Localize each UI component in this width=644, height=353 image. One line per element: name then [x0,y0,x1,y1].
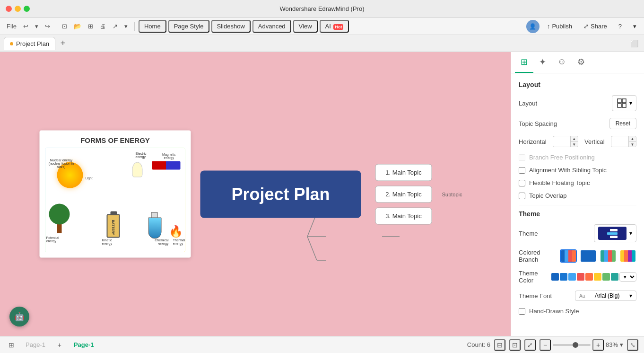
add-tab-button[interactable]: + [56,37,70,50]
redo-button[interactable]: ↪ [42,21,53,32]
window-controls[interactable] [6,6,30,12]
alignment-row: Alignment With Sibling Topic [519,167,636,174]
view-menu[interactable]: View [293,20,318,33]
tab-project-plan[interactable]: Project Plan [4,37,55,50]
flexible-checkbox[interactable] [519,180,525,186]
color-chip-0[interactable] [551,273,559,281]
page-style-menu[interactable]: Page Style [168,20,209,33]
thermal-label: Thermalenergy [173,238,185,245]
branch-option-3[interactable] [600,249,617,263]
vertical-input[interactable]: 25 ▲ ▼ [611,136,636,147]
more-action[interactable]: ▾ [629,21,640,32]
app-title: Wondershare EdrawMind (Pro) [280,5,365,12]
publish-action[interactable]: ↑ Publish [543,21,576,32]
undo-button[interactable]: ↩ [20,21,31,32]
color-chip-1[interactable] [560,273,567,281]
color-chip-3[interactable] [577,273,584,281]
active-page-tab[interactable]: Page-1 [69,339,99,350]
share-action[interactable]: ⤢ Share [580,21,611,32]
ai-menu[interactable]: AI Hot [320,20,349,33]
tab-style[interactable]: ✦ [533,52,552,73]
overlap-checkbox[interactable] [519,193,525,199]
home-menu[interactable]: Home [139,20,166,33]
topic-2[interactable]: 2. Main Topic Subtopic [375,185,432,203]
advanced-menu[interactable]: Advanced [252,20,291,33]
theme-colors [551,273,618,281]
save-button[interactable]: ⊞ [85,21,96,32]
project-plan-node[interactable]: Project Plan [200,170,361,218]
print-button[interactable]: 🖨 [97,21,109,32]
color-chip-7[interactable] [611,273,618,281]
separator-1 [56,22,56,31]
slideshow-menu[interactable]: Slideshow [211,20,251,33]
color-chip-6[interactable] [602,273,610,281]
close-button[interactable] [6,6,12,12]
theme-node-3 [610,236,618,238]
add-page-button[interactable]: + [54,339,65,351]
open-button[interactable]: 📂 [71,21,84,32]
branch-free-checkbox[interactable] [519,154,525,161]
color-chip-2[interactable] [568,273,576,281]
tab-emoji[interactable]: ☺ [552,52,572,73]
maximize-canvas-button[interactable]: ⬜ [628,38,640,49]
cb-3-3 [608,250,612,262]
horizontal-down[interactable]: ▼ [570,141,578,147]
colored-branch-label: Colored Branch [519,249,560,263]
horizontal-input[interactable]: 21 ▲ ▼ [553,136,578,147]
reset-button[interactable]: Reset [609,118,636,129]
fullscreen-button[interactable]: ⤢ [524,339,536,351]
main-area: FORMS OF ENERGY Nuclear energy(nuclear f… [0,52,644,336]
vertical-value[interactable]: 25 [611,137,628,147]
hand-drawn-checkbox[interactable] [519,308,525,315]
zoom-slider[interactable] [553,344,591,346]
theme-node-2 [607,232,618,235]
font-select[interactable]: Aa Arial (Big) ▾ [575,291,636,301]
color-chip-5[interactable] [594,273,601,281]
alignment-checkbox[interactable] [519,167,525,174]
bottombar: ⊞ Page-1 + Page-1 Count: 6 ⊟ ⊡ ⤢ − + 83%… [0,336,644,353]
fit-page-button[interactable]: ⊡ [509,339,521,351]
undo-history[interactable]: ▾ [32,21,41,32]
layout-select[interactable]: ▾ [612,95,636,111]
page-label[interactable]: Page-1 [21,339,50,350]
branch-option-4[interactable] [619,249,636,263]
color-chip-4[interactable] [585,273,593,281]
canvas[interactable]: FORMS OF ENERGY Nuclear energy(nuclear f… [0,52,511,336]
file-menu[interactable]: File [4,21,19,32]
separator-2 [134,22,135,31]
maximize-button[interactable] [24,6,30,12]
ai-bot-button[interactable]: 🤖 [9,307,29,327]
branch-option-2[interactable] [580,249,597,263]
panel-toggle-button[interactable]: ⊞ [6,339,17,351]
svg-rect-10 [622,104,626,107]
expand-button[interactable]: ⤡ [627,339,638,351]
branch-option-1[interactable] [560,249,577,263]
horizontal-value[interactable]: 21 [553,137,570,147]
theme-select[interactable]: ▾ [594,224,636,242]
help-action[interactable]: ? [615,21,626,32]
nuclear-label: Nuclear energy(nuclear fusion in stars) [47,159,76,168]
zoom-arrow[interactable]: ▾ [620,341,623,348]
vertical-up[interactable]: ▲ [628,136,636,141]
export-arrow[interactable]: ▾ [122,21,131,32]
zoom-in-button[interactable]: + [592,339,604,351]
titlebar: Wondershare EdrawMind (Pro) [0,0,644,18]
grid-view-button[interactable]: ⊟ [494,339,505,351]
theme-node-1 [610,229,618,231]
vertical-down[interactable]: ▼ [628,141,636,147]
topic-3[interactable]: 3. Main Topic [375,207,432,224]
minimize-button[interactable] [15,6,21,12]
topic-1[interactable]: 1. Main Topic [375,164,432,181]
tab-settings[interactable]: ⚙ [572,52,591,73]
export-button[interactable]: ↗ [110,21,121,32]
user-avatar[interactable]: 👤 [526,20,540,33]
theme-font-row: Theme Font Aa Arial (Big) ▾ [519,291,636,301]
divider-1 [519,205,636,205]
zoom-out-button[interactable]: − [540,339,551,351]
theme-color-options: ▾ [551,272,636,282]
tab-layout[interactable]: ⊞ [515,52,533,73]
new-button[interactable]: ⊡ [59,21,70,32]
theme-color-dropdown[interactable]: ▾ [619,272,636,282]
cb-4-4 [632,250,635,262]
horizontal-up[interactable]: ▲ [570,136,578,141]
